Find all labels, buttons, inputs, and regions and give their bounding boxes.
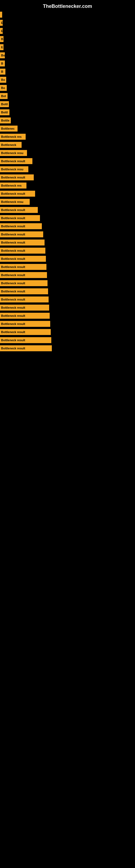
bar-item: Bottl bbox=[0, 109, 9, 115]
bar-item: Bo bbox=[0, 52, 5, 58]
bar-label: Bottleneck resu bbox=[1, 151, 24, 155]
bar-row: Bo bbox=[0, 84, 135, 92]
bar-label: Bottleneck result bbox=[1, 265, 25, 269]
bar-row: Bottleneck resu bbox=[0, 198, 135, 206]
bar-item: Bo bbox=[0, 77, 6, 83]
bar-row: Bot bbox=[0, 92, 135, 100]
bar-item: E bbox=[0, 44, 3, 50]
bar-row: Bottleneck result bbox=[0, 320, 135, 328]
bar-item: Bottleneck result bbox=[0, 175, 34, 180]
bar-row: E bbox=[0, 19, 135, 27]
bar-label: Bottleneck result bbox=[1, 257, 25, 260]
bar-label: Bottleneck result bbox=[1, 330, 25, 334]
bar-label: Bottleneck result bbox=[1, 233, 25, 236]
bar-row: Bottle bbox=[0, 117, 135, 124]
bar-label: Bottleneck result bbox=[1, 241, 25, 244]
bar-row: Bottleneck result bbox=[0, 190, 135, 197]
bar-row: Bottleneck result bbox=[0, 279, 135, 287]
bar-item: E bbox=[0, 28, 3, 34]
bar-item: Bottleneck result bbox=[0, 215, 40, 221]
bar-item: Bottleneck result bbox=[0, 313, 50, 319]
bar-row: Bottlenec bbox=[0, 125, 135, 132]
bar-row: Bottl bbox=[0, 100, 135, 108]
bar-item: Bottleneck result bbox=[0, 240, 45, 246]
bar-item: Bottleneck result bbox=[0, 329, 51, 335]
bar-label: E bbox=[1, 29, 3, 33]
bar-item: Bottleneck result bbox=[0, 256, 46, 262]
bar-row: Bottleneck resu bbox=[0, 149, 135, 157]
bar-label: Bottleneck bbox=[1, 143, 16, 147]
bar-row: Bottleneck result bbox=[0, 287, 135, 295]
bar-row: Bottleneck result bbox=[0, 312, 135, 319]
bar-label: Bottleneck result bbox=[1, 273, 25, 277]
bar-row: Bottleneck result bbox=[0, 255, 135, 262]
bar-row: Bottleneck result bbox=[0, 344, 135, 352]
bar-row: Bottleneck res bbox=[0, 133, 135, 141]
bar-row: Bottleneck bbox=[0, 141, 135, 149]
bar-item: B bbox=[0, 36, 3, 42]
bar-row: Bottleneck res bbox=[0, 182, 135, 189]
bar-label: B bbox=[1, 70, 3, 73]
bar-label: Bottleneck result bbox=[1, 176, 25, 179]
bar-row: Bottleneck result bbox=[0, 174, 135, 181]
bar-item: Bottleneck result bbox=[0, 305, 49, 311]
bar-row: Bottleneck result bbox=[0, 263, 135, 271]
bar-item: Bottleneck resu bbox=[0, 150, 27, 156]
bar-item bbox=[0, 12, 2, 18]
bar-item: Bot bbox=[0, 93, 8, 99]
bar-row: Bottleneck result bbox=[0, 328, 135, 336]
bar-item: Bottleneck result bbox=[0, 231, 43, 237]
bar-label: Bottleneck result bbox=[1, 339, 25, 342]
bar-label: Bottleneck result bbox=[1, 282, 25, 285]
bar-row: B bbox=[0, 60, 135, 67]
bar-row: Bottleneck result bbox=[0, 206, 135, 214]
bar-label: Bo bbox=[1, 54, 5, 57]
bar-label: Bottleneck res bbox=[1, 184, 21, 187]
bar-row: Bottleneck result bbox=[0, 304, 135, 311]
bar-row: Bottleneck result bbox=[0, 296, 135, 303]
bar-item: Bottlenec bbox=[0, 126, 17, 131]
bar-row: Bottleneck result bbox=[0, 157, 135, 165]
bar-item: Bottleneck bbox=[0, 142, 21, 148]
bar-item: Bottleneck result bbox=[0, 321, 50, 327]
bar-row: Bo bbox=[0, 76, 135, 84]
bar-row: B bbox=[0, 35, 135, 43]
bar-label: Bo bbox=[1, 86, 5, 90]
bar-row: Bottleneck result bbox=[0, 230, 135, 238]
bar-label: Bottleneck result bbox=[1, 159, 25, 163]
bar-label: Bottleneck result bbox=[1, 306, 25, 309]
bar-row: B bbox=[0, 68, 135, 75]
bar-row: Bottl bbox=[0, 108, 135, 116]
bar-row: Bottleneck result bbox=[0, 336, 135, 344]
bar-item: Bottleneck result bbox=[0, 337, 51, 343]
bar-item: B bbox=[0, 61, 5, 66]
bars-container: EEBEBoBBBoBoBotBottlBottlBottleBottlenec… bbox=[0, 11, 135, 352]
bar-label: Bottleneck result bbox=[1, 314, 25, 317]
bar-item: Bottleneck result bbox=[0, 223, 42, 229]
bar-row: Bottleneck result bbox=[0, 214, 135, 222]
bar-row bbox=[0, 11, 135, 19]
bar-label: Bottleneck result bbox=[1, 322, 25, 326]
bar-label: Bottleneck result bbox=[1, 216, 25, 220]
bar-item: Bottleneck result bbox=[0, 264, 46, 270]
bar-label: Bottleneck res bbox=[1, 135, 21, 138]
bar-item: Bottleneck result bbox=[0, 207, 38, 213]
bar-label: Bottleneck result bbox=[1, 192, 25, 195]
bar-label: Bottleneck result bbox=[1, 347, 25, 350]
bar-item: E bbox=[0, 20, 3, 26]
bar-item: Bo bbox=[0, 85, 7, 91]
bar-item: Bottleneck result bbox=[0, 297, 49, 303]
bar-label: Bot bbox=[1, 94, 6, 98]
bar-item: Bottl bbox=[0, 101, 9, 107]
bar-row: E bbox=[0, 43, 135, 51]
bar-item: Bottleneck resu bbox=[0, 199, 30, 205]
bar-row: Bottleneck resu bbox=[0, 165, 135, 173]
bar-item: Bottleneck result bbox=[0, 280, 48, 286]
bar-row: Bo bbox=[0, 52, 135, 59]
bar-item: Bottle bbox=[0, 118, 11, 123]
bar-row: Bottleneck result bbox=[0, 271, 135, 279]
bar-item: Bottleneck result bbox=[0, 345, 52, 351]
bar-label: B bbox=[1, 62, 3, 65]
bar-item: Bottleneck res bbox=[0, 134, 26, 140]
bar-label: Bottle bbox=[1, 119, 9, 122]
